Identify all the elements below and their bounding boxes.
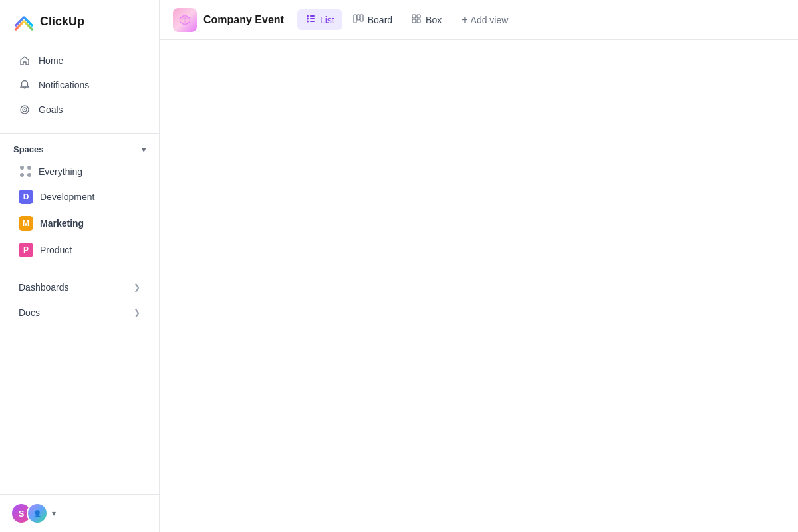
workspace-icon [173,8,197,32]
sidebar-item-home-label: Home [39,55,63,66]
chevron-right-icon: ❯ [134,283,140,292]
sidebar-nav: Home Notifications Goals [0,43,159,128]
topbar: Company Event List Board [160,0,798,40]
marketing-avatar: M [19,216,33,231]
user-avatar-photo: 👤 [27,503,48,524]
cube-icon [178,13,192,27]
development-avatar: D [19,190,33,204]
main-content: Company Event List Board [160,0,798,532]
logo[interactable]: ClickUp [0,0,159,43]
sidebar-divider [0,133,159,134]
sidebar: ClickUp Home Notifications Goals Spaces … [0,0,160,532]
workspace-title: Company Event [203,14,284,26]
svg-rect-11 [360,15,363,21]
avatar-caret-icon[interactable]: ▾ [52,509,56,518]
logo-text: ClickUp [40,15,84,29]
tab-board-label: Board [368,15,392,25]
spaces-header[interactable]: Spaces ▾ [0,139,159,160]
bell-icon [19,79,31,91]
sidebar-divider-2 [0,269,159,269]
home-icon [19,55,31,66]
tab-box-label: Box [426,15,442,25]
chevron-right-icon-docs: ❯ [134,308,140,317]
chevron-down-icon: ▾ [142,145,146,154]
sidebar-item-product[interactable]: P Product [5,237,154,263]
sidebar-item-dashboards[interactable]: Dashboards ❯ [5,275,154,299]
svg-rect-12 [412,15,416,18]
svg-rect-10 [357,15,360,20]
board-tab-icon [353,13,364,26]
product-avatar: P [19,243,33,257]
sidebar-item-notifications[interactable]: Notifications [5,73,154,97]
svg-rect-7 [310,18,315,19]
svg-point-5 [307,21,309,23]
sidebar-item-everything[interactable]: Everything [5,160,154,183]
add-view-label: Add view [471,15,509,25]
svg-rect-13 [417,15,420,18]
spaces-label: Spaces [13,144,44,154]
svg-rect-15 [417,19,420,23]
list-tab-icon [305,13,316,26]
view-tabs: List Board Box + Add view [297,9,515,30]
tab-board[interactable]: Board [345,9,400,30]
goal-icon [19,104,31,116]
sidebar-item-development-label: Development [40,192,95,202]
sidebar-item-docs-label: Docs [19,307,40,318]
clickup-logo-icon [13,11,35,32]
tab-box[interactable]: Box [403,9,450,30]
add-icon: + [462,14,467,26]
sidebar-item-dashboards-label: Dashboards [19,282,69,293]
sidebar-item-goals[interactable]: Goals [5,98,154,122]
tab-list[interactable]: List [297,9,342,30]
sidebar-item-docs[interactable]: Docs ❯ [5,301,154,325]
sidebar-item-development[interactable]: D Development [5,184,154,209]
sidebar-footer[interactable]: S 👤 ▾ [0,494,159,532]
svg-rect-8 [310,21,315,22]
everything-dots-icon [20,166,32,178]
svg-rect-14 [412,19,416,23]
avatar-stack: S 👤 [11,503,48,524]
content-area [160,40,798,532]
svg-point-4 [307,18,309,20]
sidebar-item-marketing-label: Marketing [40,218,84,229]
svg-rect-6 [310,15,315,17]
sidebar-item-goals-label: Goals [39,104,63,115]
sidebar-item-home[interactable]: Home [5,49,154,72]
sidebar-item-notifications-label: Notifications [39,80,89,90]
sidebar-item-marketing[interactable]: M Marketing [5,211,154,236]
svg-point-2 [24,109,25,110]
box-tab-icon [411,13,422,26]
svg-rect-9 [354,15,356,23]
sidebar-item-product-label: Product [40,245,72,255]
svg-point-3 [307,15,309,17]
sidebar-item-everything-label: Everything [39,166,82,177]
tab-list-label: List [320,15,334,25]
add-view-button[interactable]: + Add view [455,10,515,30]
